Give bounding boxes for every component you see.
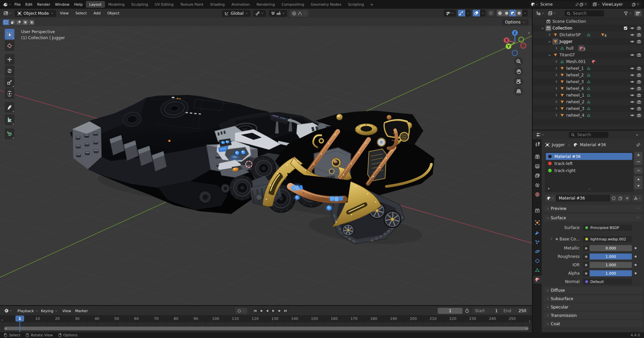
duplicate-scene-icon[interactable] [579, 2, 584, 7]
properties-tab-modifiers[interactable] [535, 230, 540, 235]
jump-to-end-button[interactable] [282, 308, 288, 314]
properties-tab-scene[interactable] [535, 182, 540, 188]
outliner-item-label[interactable]: lwheel_3 [566, 79, 584, 84]
outliner-item-label[interactable]: lwheel_2 [566, 73, 584, 77]
topbar-menu-window[interactable]: Window [53, 0, 72, 9]
properties-tab-particles[interactable] [535, 239, 540, 245]
frame-start-field[interactable]: Start1 [472, 308, 500, 314]
disable-in-renders-toggle[interactable] [637, 113, 641, 118]
panel-surface[interactable]: Surface [543, 214, 642, 221]
hide-in-viewport-toggle[interactable] [630, 113, 635, 118]
workspace-tab-layout[interactable]: Layout [86, 1, 105, 8]
timeline-editor-type-button[interactable] [4, 308, 12, 313]
track-wheel[interactable] [342, 224, 354, 236]
material-nodes-button[interactable] [632, 195, 642, 202]
row-value-slider[interactable]: 1.000 [590, 262, 632, 268]
topbar-menu-render[interactable]: Render [35, 0, 53, 9]
hide-in-viewport-toggle[interactable] [630, 86, 635, 91]
workspace-tab-uv-editing[interactable]: UV Editing [151, 1, 177, 8]
material-specials-dropdown[interactable] [634, 167, 642, 174]
disable-in-renders-toggle[interactable] [637, 53, 641, 57]
row-value-slider[interactable]: 1.000 [590, 253, 632, 260]
row-value-button[interactable]: lightmap.webp.002 [583, 236, 632, 242]
remove-scene-button[interactable] [584, 2, 588, 7]
disclosure-closed-icon[interactable] [554, 46, 558, 50]
disable-in-renders-toggle[interactable] [637, 73, 641, 77]
material-slot-0[interactable]: Material #36 [546, 153, 632, 160]
gizmo-axis-x-neg[interactable] [521, 43, 526, 48]
outliner-item-label[interactable]: Jugger [559, 39, 573, 44]
outliner-item-label[interactable]: hull [566, 46, 574, 51]
frame-end-field[interactable]: End250 [501, 308, 529, 314]
animate-property-dot[interactable] [635, 264, 637, 266]
disclosure-closed-icon[interactable] [554, 80, 558, 83]
disable-in-renders-toggle[interactable] [637, 66, 641, 71]
properties-tab-constraints[interactable] [535, 258, 540, 264]
timeline-menu-playback[interactable]: Playback [17, 308, 38, 314]
workspace-tab-rendering[interactable]: Rendering [253, 1, 278, 8]
tool-transform[interactable] [5, 88, 14, 99]
disclosure-closed-icon[interactable] [554, 73, 558, 77]
add-material-slot-button[interactable] [634, 152, 642, 158]
outliner-row-dictatorsp[interactable]: DictatorSP4 [533, 32, 644, 38]
material-slot-1[interactable]: track-left [546, 160, 632, 167]
editor-type-button[interactable] [3, 11, 12, 16]
select-mode-invert[interactable] [22, 19, 28, 25]
scene-name[interactable]: Scene [540, 2, 575, 7]
select-mode-set[interactable] [3, 19, 9, 25]
overlays-toggle-group[interactable] [473, 10, 485, 16]
row-value-slider[interactable]: 0.000 [590, 245, 632, 251]
play-button[interactable] [270, 308, 276, 314]
outliner-new-collection-button[interactable] [634, 10, 642, 16]
topbar-menu-help[interactable]: Help [72, 0, 85, 9]
tool-add-cube[interactable] [5, 128, 14, 139]
disclosure-open-icon[interactable] [541, 26, 544, 30]
disable-in-renders-toggle[interactable] [637, 26, 641, 31]
panel-grip[interactable] [636, 207, 640, 210]
browse-material-button[interactable] [545, 195, 556, 202]
timeline-collapse-arrow[interactable] [528, 319, 531, 323]
fake-user-toggle[interactable] [610, 195, 617, 202]
panel-diffuse[interactable]: Diffuse [543, 287, 642, 294]
tool-rotate[interactable] [5, 65, 14, 76]
disable-in-renders-toggle[interactable] [637, 79, 641, 84]
workspace-tab-texture-paint[interactable]: Texture Paint [177, 1, 207, 8]
timeline-menu-marker[interactable]: Marker [75, 308, 88, 314]
disclosure-closed-icon[interactable] [554, 107, 558, 110]
viewport-menu-add[interactable]: Add [91, 11, 103, 15]
properties-options-dropdown[interactable] [635, 133, 639, 137]
material-name-input[interactable]: Material #36 [556, 195, 610, 202]
snap-target-icon[interactable] [276, 11, 281, 16]
outliner-item-label[interactable]: Scene Collection [552, 19, 586, 24]
disclosure-closed-icon[interactable] [554, 87, 558, 90]
outliner-row-collection[interactable]: Collection [533, 25, 644, 32]
move-slot-up-button[interactable] [634, 176, 642, 182]
panel-grip[interactable] [636, 216, 640, 219]
tool-cursor[interactable] [5, 40, 14, 51]
hide-in-viewport-toggle[interactable] [630, 79, 635, 84]
play-reverse-button[interactable] [264, 308, 270, 314]
properties-tab-world[interactable] [535, 192, 540, 197]
row-socket-button[interactable] [583, 253, 589, 260]
shading-rendered-button[interactable] [516, 10, 522, 16]
animate-property-dot[interactable] [635, 256, 637, 258]
unlink-material-button[interactable] [624, 195, 630, 202]
properties-editor-type-button[interactable] [536, 132, 544, 137]
tool-annotate[interactable] [5, 102, 14, 113]
collection-checkbox[interactable] [623, 26, 628, 31]
panel-preview[interactable]: Preview [543, 205, 642, 212]
hide-in-viewport-toggle[interactable] [630, 33, 635, 37]
xray-toggle[interactable] [487, 10, 495, 16]
disable-in-renders-toggle[interactable] [637, 106, 641, 111]
tool-scale[interactable] [5, 77, 14, 88]
disclosure-closed-icon[interactable] [554, 66, 558, 70]
row-value-button[interactable]: Default [583, 279, 632, 285]
row-socket-button[interactable] [583, 270, 589, 276]
material-slot-2[interactable]: track-right [546, 167, 632, 174]
gizmo-axis-z-neg[interactable] [512, 50, 518, 56]
blender-menu-button[interactable] [0, 1, 12, 7]
hide-in-viewport-toggle[interactable] [630, 53, 635, 57]
outliner-row-rwheel-1[interactable]: rwheel_1 [533, 92, 644, 99]
slot-list-resize-grip[interactable] [587, 187, 592, 191]
disclosure-open-icon[interactable] [548, 40, 551, 44]
